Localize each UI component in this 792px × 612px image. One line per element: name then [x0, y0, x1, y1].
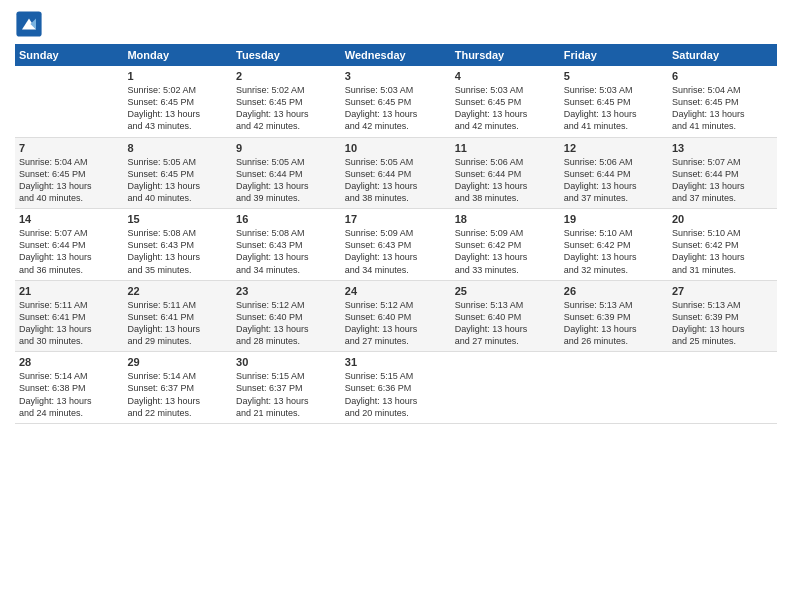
day-info: Sunrise: 5:15 AM Sunset: 6:36 PM Dayligh…	[345, 370, 447, 419]
weekday-header-row: SundayMondayTuesdayWednesdayThursdayFrid…	[15, 44, 777, 66]
day-number: 1	[127, 70, 228, 82]
day-info: Sunrise: 5:02 AM Sunset: 6:45 PM Dayligh…	[127, 84, 228, 133]
day-info: Sunrise: 5:05 AM Sunset: 6:44 PM Dayligh…	[345, 156, 447, 205]
calendar-cell: 9Sunrise: 5:05 AM Sunset: 6:44 PM Daylig…	[232, 137, 341, 209]
calendar-cell: 8Sunrise: 5:05 AM Sunset: 6:45 PM Daylig…	[123, 137, 232, 209]
day-number: 5	[564, 70, 664, 82]
calendar-cell: 29Sunrise: 5:14 AM Sunset: 6:37 PM Dayli…	[123, 352, 232, 424]
day-number: 9	[236, 142, 337, 154]
day-number: 26	[564, 285, 664, 297]
day-info: Sunrise: 5:02 AM Sunset: 6:45 PM Dayligh…	[236, 84, 337, 133]
calendar-week-row: 1Sunrise: 5:02 AM Sunset: 6:45 PM Daylig…	[15, 66, 777, 137]
calendar-cell	[668, 352, 777, 424]
day-info: Sunrise: 5:05 AM Sunset: 6:45 PM Dayligh…	[127, 156, 228, 205]
day-info: Sunrise: 5:12 AM Sunset: 6:40 PM Dayligh…	[236, 299, 337, 348]
calendar-cell: 11Sunrise: 5:06 AM Sunset: 6:44 PM Dayli…	[451, 137, 560, 209]
logo	[15, 10, 47, 38]
calendar-cell: 31Sunrise: 5:15 AM Sunset: 6:36 PM Dayli…	[341, 352, 451, 424]
day-info: Sunrise: 5:12 AM Sunset: 6:40 PM Dayligh…	[345, 299, 447, 348]
day-number: 16	[236, 213, 337, 225]
calendar-cell: 27Sunrise: 5:13 AM Sunset: 6:39 PM Dayli…	[668, 280, 777, 352]
calendar-cell: 10Sunrise: 5:05 AM Sunset: 6:44 PM Dayli…	[341, 137, 451, 209]
calendar-cell: 7Sunrise: 5:04 AM Sunset: 6:45 PM Daylig…	[15, 137, 123, 209]
day-info: Sunrise: 5:08 AM Sunset: 6:43 PM Dayligh…	[127, 227, 228, 276]
calendar-cell: 4Sunrise: 5:03 AM Sunset: 6:45 PM Daylig…	[451, 66, 560, 137]
day-number: 11	[455, 142, 556, 154]
day-number: 2	[236, 70, 337, 82]
weekday-header: Sunday	[15, 44, 123, 66]
day-number: 3	[345, 70, 447, 82]
day-number: 8	[127, 142, 228, 154]
day-number: 6	[672, 70, 773, 82]
day-info: Sunrise: 5:03 AM Sunset: 6:45 PM Dayligh…	[345, 84, 447, 133]
calendar-cell: 26Sunrise: 5:13 AM Sunset: 6:39 PM Dayli…	[560, 280, 668, 352]
day-info: Sunrise: 5:08 AM Sunset: 6:43 PM Dayligh…	[236, 227, 337, 276]
day-number: 15	[127, 213, 228, 225]
day-number: 20	[672, 213, 773, 225]
day-info: Sunrise: 5:05 AM Sunset: 6:44 PM Dayligh…	[236, 156, 337, 205]
day-number: 31	[345, 356, 447, 368]
day-number: 12	[564, 142, 664, 154]
calendar-cell: 12Sunrise: 5:06 AM Sunset: 6:44 PM Dayli…	[560, 137, 668, 209]
day-number: 17	[345, 213, 447, 225]
calendar-week-row: 14Sunrise: 5:07 AM Sunset: 6:44 PM Dayli…	[15, 209, 777, 281]
day-number: 28	[19, 356, 119, 368]
day-info: Sunrise: 5:06 AM Sunset: 6:44 PM Dayligh…	[564, 156, 664, 205]
calendar-cell: 24Sunrise: 5:12 AM Sunset: 6:40 PM Dayli…	[341, 280, 451, 352]
day-info: Sunrise: 5:09 AM Sunset: 6:43 PM Dayligh…	[345, 227, 447, 276]
calendar-cell: 25Sunrise: 5:13 AM Sunset: 6:40 PM Dayli…	[451, 280, 560, 352]
day-number: 25	[455, 285, 556, 297]
calendar-week-row: 21Sunrise: 5:11 AM Sunset: 6:41 PM Dayli…	[15, 280, 777, 352]
calendar-cell: 30Sunrise: 5:15 AM Sunset: 6:37 PM Dayli…	[232, 352, 341, 424]
weekday-header: Saturday	[668, 44, 777, 66]
day-number: 13	[672, 142, 773, 154]
calendar-cell: 17Sunrise: 5:09 AM Sunset: 6:43 PM Dayli…	[341, 209, 451, 281]
day-info: Sunrise: 5:13 AM Sunset: 6:39 PM Dayligh…	[564, 299, 664, 348]
logo-icon	[15, 10, 43, 38]
day-info: Sunrise: 5:13 AM Sunset: 6:40 PM Dayligh…	[455, 299, 556, 348]
weekday-header: Tuesday	[232, 44, 341, 66]
day-number: 19	[564, 213, 664, 225]
day-info: Sunrise: 5:04 AM Sunset: 6:45 PM Dayligh…	[672, 84, 773, 133]
day-number: 18	[455, 213, 556, 225]
calendar-cell: 6Sunrise: 5:04 AM Sunset: 6:45 PM Daylig…	[668, 66, 777, 137]
day-info: Sunrise: 5:11 AM Sunset: 6:41 PM Dayligh…	[19, 299, 119, 348]
day-number: 29	[127, 356, 228, 368]
calendar-cell: 20Sunrise: 5:10 AM Sunset: 6:42 PM Dayli…	[668, 209, 777, 281]
calendar-week-row: 7Sunrise: 5:04 AM Sunset: 6:45 PM Daylig…	[15, 137, 777, 209]
day-number: 23	[236, 285, 337, 297]
calendar-cell: 16Sunrise: 5:08 AM Sunset: 6:43 PM Dayli…	[232, 209, 341, 281]
calendar-table: SundayMondayTuesdayWednesdayThursdayFrid…	[15, 44, 777, 424]
calendar-cell: 14Sunrise: 5:07 AM Sunset: 6:44 PM Dayli…	[15, 209, 123, 281]
calendar-cell	[560, 352, 668, 424]
day-number: 24	[345, 285, 447, 297]
day-info: Sunrise: 5:10 AM Sunset: 6:42 PM Dayligh…	[672, 227, 773, 276]
day-info: Sunrise: 5:15 AM Sunset: 6:37 PM Dayligh…	[236, 370, 337, 419]
day-number: 22	[127, 285, 228, 297]
calendar-cell: 5Sunrise: 5:03 AM Sunset: 6:45 PM Daylig…	[560, 66, 668, 137]
day-info: Sunrise: 5:03 AM Sunset: 6:45 PM Dayligh…	[564, 84, 664, 133]
weekday-header: Thursday	[451, 44, 560, 66]
day-info: Sunrise: 5:03 AM Sunset: 6:45 PM Dayligh…	[455, 84, 556, 133]
calendar-cell: 13Sunrise: 5:07 AM Sunset: 6:44 PM Dayli…	[668, 137, 777, 209]
day-number: 7	[19, 142, 119, 154]
calendar-cell	[451, 352, 560, 424]
calendar-cell: 2Sunrise: 5:02 AM Sunset: 6:45 PM Daylig…	[232, 66, 341, 137]
calendar-cell: 15Sunrise: 5:08 AM Sunset: 6:43 PM Dayli…	[123, 209, 232, 281]
day-number: 21	[19, 285, 119, 297]
calendar-cell: 3Sunrise: 5:03 AM Sunset: 6:45 PM Daylig…	[341, 66, 451, 137]
calendar-cell: 1Sunrise: 5:02 AM Sunset: 6:45 PM Daylig…	[123, 66, 232, 137]
day-info: Sunrise: 5:11 AM Sunset: 6:41 PM Dayligh…	[127, 299, 228, 348]
weekday-header: Monday	[123, 44, 232, 66]
header	[15, 10, 777, 38]
day-info: Sunrise: 5:04 AM Sunset: 6:45 PM Dayligh…	[19, 156, 119, 205]
calendar-cell: 18Sunrise: 5:09 AM Sunset: 6:42 PM Dayli…	[451, 209, 560, 281]
day-info: Sunrise: 5:10 AM Sunset: 6:42 PM Dayligh…	[564, 227, 664, 276]
calendar-cell: 21Sunrise: 5:11 AM Sunset: 6:41 PM Dayli…	[15, 280, 123, 352]
day-number: 10	[345, 142, 447, 154]
day-info: Sunrise: 5:13 AM Sunset: 6:39 PM Dayligh…	[672, 299, 773, 348]
weekday-header: Friday	[560, 44, 668, 66]
weekday-header: Wednesday	[341, 44, 451, 66]
day-info: Sunrise: 5:14 AM Sunset: 6:38 PM Dayligh…	[19, 370, 119, 419]
calendar-cell: 28Sunrise: 5:14 AM Sunset: 6:38 PM Dayli…	[15, 352, 123, 424]
